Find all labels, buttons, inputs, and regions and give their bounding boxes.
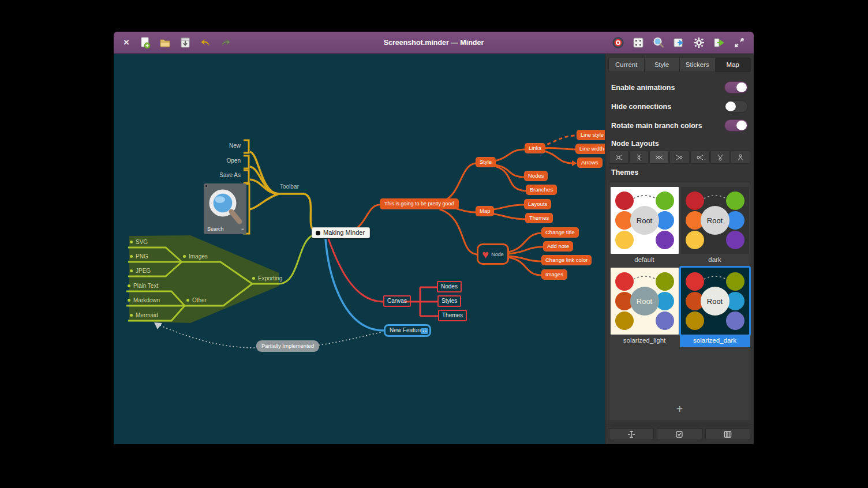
fullscreen-icon[interactable] (732, 35, 747, 50)
connection-title[interactable]: Partially Implemented (256, 340, 319, 352)
layout-right-button[interactable] (690, 151, 710, 164)
node-canvas-themes[interactable]: Themes (438, 310, 467, 321)
node-branches[interactable]: Branches (526, 185, 557, 195)
node-new[interactable]: New (223, 142, 241, 149)
note-indicator-icon[interactable] (421, 328, 428, 334)
node-style[interactable]: Style (476, 157, 496, 167)
bullet-dot (130, 269, 133, 272)
node-map[interactable]: Map (476, 206, 494, 216)
node-canvas[interactable]: Canvas (383, 295, 411, 307)
node-line-width[interactable]: Line width (575, 144, 605, 154)
theme-solarized-dark[interactable]: Root solarized_dark (680, 266, 750, 347)
export-icon[interactable] (712, 35, 727, 50)
node-search-image[interactable]: Search ≡ (204, 183, 246, 234)
layout-left-button[interactable] (669, 151, 689, 164)
redo-icon[interactable] (218, 35, 233, 50)
node-jpeg[interactable]: JPEG (130, 268, 151, 274)
layout-horizontal-button[interactable] (649, 151, 669, 164)
node-layouts-group (605, 151, 754, 164)
node-change-link-color[interactable]: Change link color (541, 255, 592, 265)
node-canvas-nodes[interactable]: Nodes (437, 281, 462, 292)
tab-style[interactable]: Style (645, 58, 680, 72)
theme-name: default (609, 254, 680, 266)
zoom-search-icon[interactable] (651, 35, 666, 50)
themes-grid: Root default Root dark (609, 186, 750, 347)
theme-root-circle: Root (630, 287, 659, 316)
node-add-note[interactable]: Add note (543, 241, 573, 251)
toggle-row-animations: Enable animations (605, 78, 754, 97)
open-folder-icon[interactable] (158, 35, 173, 50)
bullet-dot (128, 284, 130, 287)
layout-down-button[interactable] (731, 151, 750, 164)
node-images[interactable]: Images (183, 253, 208, 260)
enable-animations-switch[interactable] (724, 81, 748, 93)
layout-manual-button[interactable] (609, 151, 628, 164)
node-other[interactable]: Other (186, 297, 207, 303)
node-arrows[interactable]: Arrows (577, 157, 603, 168)
theme-default[interactable]: Root default (609, 186, 680, 266)
theme-root-circle: Root (701, 287, 729, 316)
node-images-2[interactable]: Images (541, 269, 567, 280)
balance-nodes-button[interactable] (609, 428, 654, 440)
node-exporting[interactable]: Exporting (252, 275, 282, 281)
add-theme-button[interactable]: + (676, 403, 683, 416)
heart-icon: ♥ (482, 249, 489, 260)
node-layouts[interactable]: Layouts (524, 199, 551, 209)
node-mermaid[interactable]: Mermaid (130, 312, 158, 318)
connection-arrowhead (154, 322, 162, 329)
node-markdown[interactable]: Markdown (128, 297, 160, 303)
node-canvas-styles[interactable]: Styles (437, 295, 461, 307)
node-save-as[interactable]: Save As (215, 172, 241, 178)
bullet-dot (128, 299, 130, 302)
minder-window: ✕ Screenshot.minder — Minder (114, 32, 754, 444)
node-pretty-good[interactable]: This is going to be pretty good (380, 198, 459, 209)
enable-animations-label: Enable animations (611, 84, 675, 92)
undo-icon[interactable] (198, 35, 213, 50)
hide-connections-switch[interactable] (724, 100, 748, 112)
theme-name: solarized_dark (680, 335, 750, 347)
new-document-icon[interactable] (137, 35, 152, 50)
node-nodes[interactable]: Nodes (524, 171, 548, 181)
tab-stickers[interactable]: Stickers (680, 58, 716, 72)
hide-connections-label: Hide connections (611, 103, 671, 111)
toggle-row-connections: Hide connections (605, 97, 754, 116)
root-node[interactable]: Making Minder (312, 227, 370, 238)
tab-current[interactable]: Current (609, 58, 645, 72)
theme-solarized-light[interactable]: Root solarized_light (609, 266, 680, 347)
save-icon[interactable] (178, 35, 193, 50)
mindmap-canvas[interactable]: Making Minder Toolbar New Open Save As S… (114, 54, 605, 444)
node-line-style[interactable]: Line style (577, 130, 605, 140)
node-themes[interactable]: Themes (525, 213, 553, 223)
arrowhead-arrows (572, 160, 577, 166)
tab-map[interactable]: Map (716, 58, 751, 72)
theme-dark[interactable]: Root dark (680, 186, 750, 266)
rotate-branch-colors-switch[interactable] (724, 119, 748, 132)
node-heart[interactable]: ♥ Node (477, 243, 509, 265)
node-svg[interactable]: SVG (130, 239, 148, 245)
export-window-icon[interactable] (671, 35, 686, 50)
theme-name: dark (680, 254, 750, 266)
sidebar: Current Style Stickers Map Enable animat… (605, 54, 754, 444)
completed-tasks-button[interactable] (657, 428, 702, 440)
node-links[interactable]: Links (525, 143, 545, 153)
zoom-fit-icon[interactable] (631, 35, 646, 50)
bullet-dot (130, 241, 133, 243)
columns-view-button[interactable] (705, 428, 750, 440)
bullet-dot (183, 255, 186, 258)
node-toolbar[interactable]: Toolbar (280, 183, 299, 190)
layout-vertical-button[interactable] (629, 151, 649, 164)
close-button[interactable]: ✕ (121, 35, 132, 50)
node-plain-text[interactable]: Plain Text (128, 283, 158, 289)
node-list-icon[interactable]: ≡ (241, 227, 244, 232)
root-bullet (316, 231, 320, 235)
node-png[interactable]: PNG (130, 253, 148, 260)
settings-gear-icon[interactable] (691, 35, 706, 50)
focus-mode-icon[interactable] (611, 35, 626, 50)
sidebar-tabs: Current Style Stickers Map (608, 58, 751, 72)
node-change-title[interactable]: Change title (541, 227, 579, 238)
themes-label: Themes (605, 164, 754, 179)
layout-up-button[interactable] (710, 151, 730, 164)
branch-toolbar (243, 140, 314, 234)
connections-layer (114, 54, 605, 444)
node-open[interactable]: Open (221, 157, 241, 164)
